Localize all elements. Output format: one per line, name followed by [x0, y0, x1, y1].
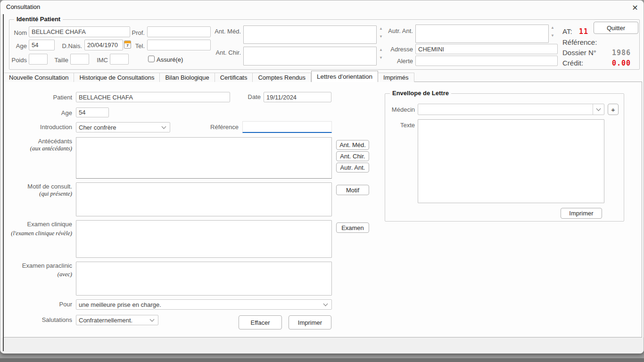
add-medecin-button[interactable]: +: [608, 104, 619, 115]
taille-label: Taille: [48, 57, 68, 64]
pour-selected-value: une meilleure prise en charge.: [79, 301, 322, 308]
dossier-number: 1986: [598, 49, 631, 57]
letter-imprimer-button[interactable]: Imprimer: [289, 315, 331, 329]
letter-reference-label: Référence: [189, 123, 239, 131]
autr-ant-spinner[interactable]: ▲▼: [549, 26, 556, 38]
tel-label: Tel.: [128, 42, 145, 49]
letter-age-label: Age: [10, 109, 72, 116]
letter-age-field[interactable]: [76, 107, 109, 117]
reference-status-label: Référence:: [562, 38, 597, 46]
antecedants-sublabel: (aux antécédants): [1, 145, 72, 152]
age-field[interactable]: [29, 40, 55, 50]
quitter-button[interactable]: Quitter: [594, 22, 638, 34]
letter-reference-field[interactable]: [242, 121, 332, 133]
autr-ant-textarea[interactable]: [415, 25, 549, 43]
motif-textarea[interactable]: [76, 182, 332, 216]
ant-med-button[interactable]: Ant. Méd.: [336, 140, 369, 150]
ant-chir-label: Ant. Chir.: [208, 49, 241, 56]
paraclinic-label: Examen paraclinic: [10, 262, 72, 269]
introduction-selected-value: Cher confrère: [79, 124, 160, 131]
medecin-select[interactable]: [418, 104, 604, 115]
chevron-down-icon: [162, 124, 166, 129]
nom-field[interactable]: [29, 26, 130, 37]
introduction-select[interactable]: Cher confrère: [76, 122, 170, 132]
examen-textarea[interactable]: [76, 220, 332, 258]
credit-label: Crédit:: [562, 59, 583, 67]
desktop-bottom-strip: [0, 358, 644, 362]
down-arrow-icon[interactable]: ▼: [551, 34, 554, 38]
motif-sublabel: (qui présente): [1, 190, 72, 197]
antecedants-textarea[interactable]: [76, 137, 332, 179]
tab-strip: Nouvelle Consultation Historique de Cons…: [3, 72, 414, 82]
prof-label: Prof.: [128, 29, 145, 36]
tab-historique-consultations[interactable]: Historique de Consultations: [74, 73, 160, 82]
taille-field[interactable]: [70, 54, 89, 65]
dossier-label: Dossier N°: [562, 49, 596, 57]
ant-chir-button[interactable]: Ant. Chir.: [336, 151, 369, 161]
texte-textarea[interactable]: [418, 119, 604, 203]
poids-label: Poids: [9, 57, 27, 64]
imc-label: IMC: [93, 57, 108, 64]
tab-bilan-biologique[interactable]: Bilan Biologique: [160, 73, 215, 82]
identity-legend: Identité Patient: [14, 16, 63, 23]
tab-lettres-orientation[interactable]: Lettres d'orientation: [311, 71, 378, 82]
window-footer: [1, 337, 644, 354]
chevron-down-icon: [323, 301, 328, 306]
dnais-label: D.Nais.: [56, 42, 82, 49]
examen-label: Examen clinique: [10, 221, 72, 228]
age-label: Age: [9, 42, 27, 49]
adresse-field[interactable]: [415, 44, 558, 54]
pour-select[interactable]: une meilleure prise en charge.: [76, 299, 332, 310]
poids-field[interactable]: [29, 54, 48, 65]
assure-checkbox[interactable]: [148, 56, 155, 62]
up-arrow-icon[interactable]: ▲: [551, 26, 554, 30]
assure-label: Assuré(e): [157, 56, 183, 63]
texte-label: Texte: [380, 122, 415, 129]
paraclinic-sublabel: (avec): [1, 271, 72, 278]
alerte-label: Alerte: [380, 58, 413, 65]
ant-med-textarea[interactable]: [243, 25, 377, 44]
introduction-label: Introduction: [10, 123, 72, 131]
salutations-select[interactable]: Confraternellement.: [76, 315, 158, 325]
window-title: Consultation: [6, 3, 40, 10]
nom-label: Nom: [9, 29, 27, 36]
motif-button[interactable]: Motif: [336, 185, 369, 195]
tab-nouvelle-consultation[interactable]: Nouvelle Consultation: [3, 73, 74, 82]
at-label: AT:: [562, 27, 572, 35]
alerte-field[interactable]: [415, 56, 558, 66]
autr-ant-button[interactable]: Autr. Ant.: [336, 163, 369, 173]
date-label: Date: [230, 93, 261, 100]
pour-label: Pour: [10, 301, 72, 308]
tel-field[interactable]: [147, 40, 211, 50]
antecedants-label: Antécédants: [10, 138, 72, 145]
ant-med-label: Ant. Méd.: [208, 28, 241, 35]
salutations-label: Salutations: [10, 316, 72, 323]
envelope-legend: Envellope de Lettre: [390, 90, 451, 97]
examen-button[interactable]: Examen: [336, 222, 369, 233]
envelope-imprimer-button[interactable]: Imprimer: [561, 208, 602, 219]
ant-chir-textarea[interactable]: [243, 47, 377, 66]
close-icon[interactable]: ✕: [629, 2, 641, 14]
effacer-button[interactable]: Effacer: [239, 315, 282, 329]
dropdown-arrow-box[interactable]: [593, 104, 604, 115]
paraclinic-textarea[interactable]: [76, 262, 332, 296]
dnais-field[interactable]: [84, 40, 123, 50]
patient-field[interactable]: [76, 92, 230, 102]
date-field[interactable]: [264, 92, 331, 102]
examen-sublabel: (l'examen clinique révèle): [0, 230, 72, 237]
background-window-edge: [3, 14, 4, 351]
down-arrow-icon[interactable]: ▼: [379, 35, 383, 39]
at-value: 11: [579, 27, 595, 36]
adresse-label: Adresse: [380, 46, 413, 53]
prof-field[interactable]: [147, 26, 211, 37]
motif-label: Motif de consult.: [10, 183, 72, 190]
medecin-label: Médecin: [380, 106, 415, 113]
credit-value: 0.00: [598, 59, 631, 67]
tab-imprimes[interactable]: Imprimés: [378, 73, 414, 82]
tab-certificats[interactable]: Certificats: [215, 73, 253, 82]
patient-label: Patient: [10, 94, 72, 101]
tab-comptes-rendus[interactable]: Comptes Rendus: [253, 73, 311, 82]
chevron-down-icon: [150, 317, 155, 321]
imc-field[interactable]: [110, 54, 129, 65]
salutations-selected-value: Confraternellement.: [79, 317, 149, 324]
